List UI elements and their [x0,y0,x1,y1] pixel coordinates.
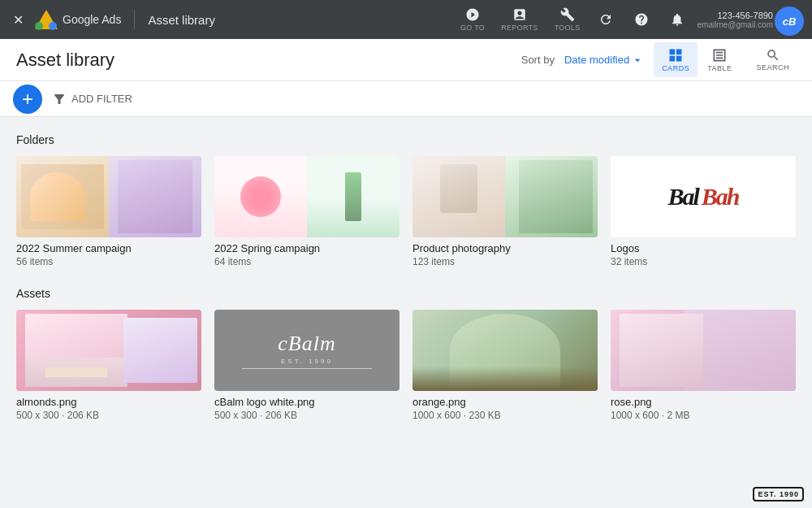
user-phone: 123-456-7890 [697,11,773,20]
tools-button[interactable]: TOOLS [548,4,587,35]
folder-count: 64 items [214,256,400,267]
folder-name: Logos [611,242,796,254]
sub-header: Asset library Sort by Date modified CARD… [0,39,812,81]
folder-thumbnail [16,156,201,237]
folder-name: 2022 Summer campaign [16,242,201,254]
folder-card[interactable]: Product photography 123 items [412,156,598,267]
svg-rect-2 [35,22,43,30]
chevron-down-icon [631,54,644,67]
reports-label: REPORTS [501,24,538,32]
folder-thumbnail [214,156,400,237]
asset-name: cBalm logo white.png [214,396,400,408]
ads-logo-icon [33,8,59,31]
nav-icon-group: GO TO REPORTS TOOLS 123-456-7890 emailme… [454,4,802,35]
asset-meta: 1000 x 600 · 230 KB [412,410,598,421]
asset-thumbnail: cBalm EST. 1990 [214,310,400,391]
folder-name: Product photography [412,242,598,254]
close-icon[interactable]: ✕ [10,9,27,31]
folder-count: 123 items [412,256,598,267]
folder-name: 2022 Spring campaign [214,242,400,254]
search-button[interactable]: SEARCH [749,45,796,75]
top-navigation: ✕ Google Ads Asset library GO TO REPORTS… [0,0,812,39]
notifications-button[interactable] [661,9,693,30]
refresh-button[interactable] [590,9,622,30]
asset-name: rose.png [611,396,796,408]
cards-icon [667,47,684,63]
folders-grid: 2022 Summer campaign 56 items 2022 Sprin… [16,156,796,267]
folder-thumbnail: Bal Bah EST. 1990 cB [611,156,796,237]
search-icon [766,48,780,63]
tools-label: TOOLS [555,24,581,32]
reports-button[interactable]: REPORTS [495,4,544,35]
folder-card[interactable]: 2022 Summer campaign 56 items [16,156,201,267]
app-name: Google Ads [63,13,121,26]
add-button[interactable]: + [13,85,42,114]
toolbar: + ADD FILTER [0,81,812,117]
sort-label: Sort by [521,54,555,66]
goto-label: GO TO [460,24,485,32]
folder-card[interactable]: Bal Bah EST. 1990 cB Logos 32 i [611,156,796,267]
asset-card[interactable]: rose.png 1000 x 600 · 2 MB [611,310,796,421]
content-area: Folders 2022 Summer campaign 56 items [0,117,812,508]
help-button[interactable] [625,9,658,30]
sort-value-button[interactable]: Date modified [564,54,644,67]
folder-count: 32 items [611,256,796,267]
asset-card[interactable]: almonds.png 500 x 300 · 206 KB [16,310,201,421]
goto-button[interactable]: GO TO [454,4,491,35]
view-toggle: CARDS TABLE [654,42,740,77]
filter-icon [52,92,67,106]
folders-section-title: Folders [16,133,796,146]
google-ads-logo: Google Ads [33,8,121,31]
filter-label: ADD FILTER [71,93,132,105]
folder-thumbnail [412,156,598,237]
assets-section-title: Assets [16,287,796,300]
page-title: Asset library [16,50,114,71]
asset-name: almonds.png [16,396,201,408]
table-label: TABLE [707,64,732,72]
asset-thumbnail [412,310,598,391]
asset-thumbnail [16,310,201,391]
svg-point-1 [49,22,57,30]
sub-header-controls: Sort by Date modified CARDS TABLE SEARCH [521,42,796,77]
asset-card[interactable]: orange.png 1000 x 600 · 230 KB [412,310,598,421]
asset-meta: 500 x 300 · 206 KB [214,410,400,421]
search-label: SEARCH [756,63,789,72]
folder-card[interactable]: 2022 Spring campaign 64 items [214,156,400,267]
folder-count: 56 items [16,256,201,267]
table-icon [711,47,728,63]
cards-view-button[interactable]: CARDS [654,42,698,77]
nav-page-title: Asset library [148,13,215,27]
logo-area: ✕ Google Ads Asset library [10,8,215,31]
asset-name: orange.png [412,396,598,408]
assets-grid: almonds.png 500 x 300 · 206 KB cBalm EST… [16,310,796,421]
asset-meta: 500 x 300 · 206 KB [16,410,201,421]
asset-meta: 1000 x 600 · 2 MB [611,410,796,421]
user-email: emailme@gmail.com [697,20,773,29]
asset-card[interactable]: cBalm EST. 1990 cBalm logo white.png 500… [214,310,400,421]
nav-divider [134,10,135,29]
cards-label: CARDS [662,64,689,72]
asset-thumbnail [611,310,796,391]
table-view-button[interactable]: TABLE [699,42,740,77]
filter-button[interactable]: ADD FILTER [52,92,132,106]
